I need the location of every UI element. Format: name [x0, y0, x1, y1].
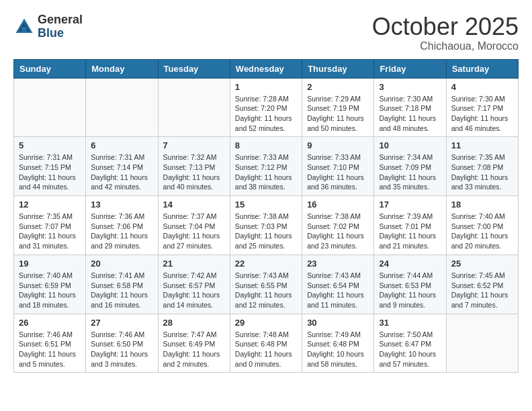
day-number: 27: [91, 318, 152, 328]
calendar-cell: 1Sunrise: 7:28 AM Sunset: 7:20 PM Daylig…: [230, 78, 302, 137]
column-header-saturday: Saturday: [446, 59, 518, 78]
day-info: Sunrise: 7:34 AM Sunset: 7:09 PM Dayligh…: [379, 152, 441, 192]
day-info: Sunrise: 7:30 AM Sunset: 7:18 PM Dayligh…: [379, 94, 441, 134]
calendar-cell: [86, 78, 158, 137]
day-number: 13: [91, 199, 152, 210]
calendar-cell: 13Sunrise: 7:36 AM Sunset: 7:06 PM Dayli…: [86, 196, 158, 255]
column-header-sunday: Sunday: [14, 59, 86, 78]
day-info: Sunrise: 7:35 AM Sunset: 7:08 PM Dayligh…: [451, 152, 513, 192]
column-header-thursday: Thursday: [302, 59, 374, 78]
day-info: Sunrise: 7:48 AM Sunset: 6:48 PM Dayligh…: [235, 330, 297, 369]
day-number: 7: [163, 140, 225, 150]
calendar-cell: 20Sunrise: 7:41 AM Sunset: 6:58 PM Dayli…: [86, 255, 158, 314]
calendar-week-row: 12Sunrise: 7:35 AM Sunset: 7:07 PM Dayli…: [14, 196, 519, 255]
calendar-cell: 17Sunrise: 7:39 AM Sunset: 7:01 PM Dayli…: [374, 196, 446, 255]
day-number: 11: [451, 140, 513, 150]
day-info: Sunrise: 7:35 AM Sunset: 7:07 PM Dayligh…: [19, 212, 81, 251]
calendar-cell: [446, 314, 518, 373]
column-header-tuesday: Tuesday: [158, 59, 230, 78]
day-info: Sunrise: 7:29 AM Sunset: 7:19 PM Dayligh…: [307, 94, 369, 134]
day-number: 8: [235, 140, 297, 150]
day-number: 1: [235, 82, 297, 92]
calendar-cell: 21Sunrise: 7:42 AM Sunset: 6:57 PM Dayli…: [158, 255, 230, 314]
day-info: Sunrise: 7:43 AM Sunset: 6:55 PM Dayligh…: [235, 271, 297, 310]
svg-rect-2: [21, 27, 26, 33]
calendar-cell: 3Sunrise: 7:30 AM Sunset: 7:18 PM Daylig…: [374, 78, 446, 137]
calendar-cell: [158, 78, 230, 137]
day-number: 12: [19, 199, 81, 210]
day-info: Sunrise: 7:42 AM Sunset: 6:57 PM Dayligh…: [163, 271, 225, 310]
logo: General Blue: [13, 13, 83, 40]
day-number: 18: [451, 199, 513, 210]
day-info: Sunrise: 7:40 AM Sunset: 7:00 PM Dayligh…: [451, 212, 513, 251]
day-number: 19: [19, 259, 81, 269]
logo-icon: [13, 16, 35, 38]
calendar-cell: 15Sunrise: 7:38 AM Sunset: 7:03 PM Dayli…: [230, 196, 302, 255]
day-info: Sunrise: 7:41 AM Sunset: 6:58 PM Dayligh…: [91, 271, 152, 310]
day-number: 6: [91, 140, 152, 150]
calendar-cell: 18Sunrise: 7:40 AM Sunset: 7:00 PM Dayli…: [446, 196, 518, 255]
calendar-cell: 30Sunrise: 7:49 AM Sunset: 6:48 PM Dayli…: [302, 314, 374, 373]
calendar-cell: 4Sunrise: 7:30 AM Sunset: 7:17 PM Daylig…: [446, 78, 518, 137]
column-header-monday: Monday: [86, 59, 158, 78]
calendar-cell: 23Sunrise: 7:43 AM Sunset: 6:54 PM Dayli…: [302, 255, 374, 314]
day-number: 23: [307, 259, 369, 269]
calendar-cell: 31Sunrise: 7:50 AM Sunset: 6:47 PM Dayli…: [374, 314, 446, 373]
day-info: Sunrise: 7:47 AM Sunset: 6:49 PM Dayligh…: [163, 330, 225, 369]
day-number: 24: [379, 259, 441, 269]
calendar-cell: 5Sunrise: 7:31 AM Sunset: 7:15 PM Daylig…: [14, 137, 86, 196]
column-header-friday: Friday: [374, 59, 446, 78]
calendar-cell: 24Sunrise: 7:44 AM Sunset: 6:53 PM Dayli…: [374, 255, 446, 314]
calendar-cell: 2Sunrise: 7:29 AM Sunset: 7:19 PM Daylig…: [302, 78, 374, 137]
column-header-wednesday: Wednesday: [230, 59, 302, 78]
calendar-cell: 8Sunrise: 7:33 AM Sunset: 7:12 PM Daylig…: [230, 137, 302, 196]
calendar-cell: 6Sunrise: 7:31 AM Sunset: 7:14 PM Daylig…: [86, 137, 158, 196]
day-info: Sunrise: 7:37 AM Sunset: 7:04 PM Dayligh…: [163, 212, 225, 251]
calendar-cell: 26Sunrise: 7:46 AM Sunset: 6:51 PM Dayli…: [14, 314, 86, 373]
day-number: 25: [451, 259, 513, 269]
calendar-cell: 14Sunrise: 7:37 AM Sunset: 7:04 PM Dayli…: [158, 196, 230, 255]
day-info: Sunrise: 7:36 AM Sunset: 7:06 PM Dayligh…: [91, 212, 152, 251]
day-number: 5: [19, 140, 81, 150]
month-title: October 2025: [372, 13, 519, 40]
day-number: 20: [91, 259, 152, 269]
calendar-cell: [14, 78, 86, 137]
calendar-cell: 19Sunrise: 7:40 AM Sunset: 6:59 PM Dayli…: [14, 255, 86, 314]
day-info: Sunrise: 7:33 AM Sunset: 7:12 PM Dayligh…: [235, 152, 297, 192]
day-info: Sunrise: 7:38 AM Sunset: 7:02 PM Dayligh…: [307, 212, 369, 251]
day-info: Sunrise: 7:50 AM Sunset: 6:47 PM Dayligh…: [379, 330, 441, 369]
day-info: Sunrise: 7:46 AM Sunset: 6:51 PM Dayligh…: [19, 330, 81, 369]
day-number: 15: [235, 199, 297, 210]
calendar-cell: 16Sunrise: 7:38 AM Sunset: 7:02 PM Dayli…: [302, 196, 374, 255]
day-info: Sunrise: 7:43 AM Sunset: 6:54 PM Dayligh…: [307, 271, 369, 310]
day-number: 31: [379, 318, 441, 328]
day-info: Sunrise: 7:28 AM Sunset: 7:20 PM Dayligh…: [235, 94, 297, 134]
calendar-header-row: SundayMondayTuesdayWednesdayThursdayFrid…: [14, 59, 519, 78]
day-number: 21: [163, 259, 225, 269]
day-number: 30: [307, 318, 369, 328]
day-number: 28: [163, 318, 225, 328]
day-info: Sunrise: 7:46 AM Sunset: 6:50 PM Dayligh…: [91, 330, 152, 369]
calendar-cell: 11Sunrise: 7:35 AM Sunset: 7:08 PM Dayli…: [446, 137, 518, 196]
day-number: 29: [235, 318, 297, 328]
calendar-week-row: 5Sunrise: 7:31 AM Sunset: 7:15 PM Daylig…: [14, 137, 519, 196]
calendar-cell: 25Sunrise: 7:45 AM Sunset: 6:52 PM Dayli…: [446, 255, 518, 314]
day-info: Sunrise: 7:39 AM Sunset: 7:01 PM Dayligh…: [379, 212, 441, 251]
day-number: 14: [163, 199, 225, 210]
calendar-cell: 27Sunrise: 7:46 AM Sunset: 6:50 PM Dayli…: [86, 314, 158, 373]
calendar-week-row: 19Sunrise: 7:40 AM Sunset: 6:59 PM Dayli…: [14, 255, 519, 314]
title-block: October 2025 Chichaoua, Morocco: [372, 13, 519, 52]
day-number: 2: [307, 82, 369, 92]
calendar-cell: 22Sunrise: 7:43 AM Sunset: 6:55 PM Dayli…: [230, 255, 302, 314]
logo-text: General Blue: [38, 13, 83, 40]
calendar-week-row: 1Sunrise: 7:28 AM Sunset: 7:20 PM Daylig…: [14, 78, 519, 137]
day-number: 3: [379, 82, 441, 92]
day-info: Sunrise: 7:31 AM Sunset: 7:14 PM Dayligh…: [91, 152, 152, 192]
location: Chichaoua, Morocco: [372, 40, 519, 52]
day-info: Sunrise: 7:49 AM Sunset: 6:48 PM Dayligh…: [307, 330, 369, 369]
day-info: Sunrise: 7:40 AM Sunset: 6:59 PM Dayligh…: [19, 271, 81, 310]
day-info: Sunrise: 7:32 AM Sunset: 7:13 PM Dayligh…: [163, 152, 225, 192]
day-info: Sunrise: 7:44 AM Sunset: 6:53 PM Dayligh…: [379, 271, 441, 310]
day-number: 16: [307, 199, 369, 210]
day-number: 17: [379, 199, 441, 210]
